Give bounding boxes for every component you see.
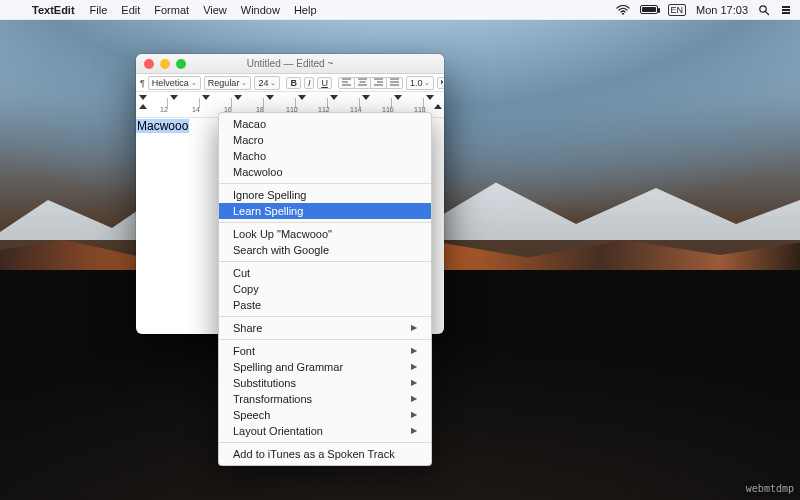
svg-point-0 — [622, 12, 624, 14]
battery-icon[interactable] — [640, 5, 658, 14]
menubar-clock[interactable]: Mon 17:03 — [696, 4, 748, 16]
ctx-suggestion[interactable]: Macao — [219, 116, 431, 132]
svg-rect-5 — [782, 12, 790, 14]
ctx-paste[interactable]: Paste — [219, 297, 431, 313]
input-language-indicator[interactable]: EN — [668, 4, 687, 16]
ctx-substitutions[interactable]: Substitutions▶ — [219, 375, 431, 391]
chevron-right-icon: ▶ — [411, 392, 417, 406]
ctx-ignore-spelling[interactable]: Ignore Spelling — [219, 187, 431, 203]
ctx-spelling-grammar[interactable]: Spelling and Grammar▶ — [219, 359, 431, 375]
notification-center-icon[interactable] — [780, 4, 792, 16]
menubar-item-help[interactable]: Help — [287, 4, 324, 16]
window-titlebar[interactable]: Untitled — Edited ~ — [136, 54, 444, 74]
ctx-suggestion[interactable]: Macwoloo — [219, 164, 431, 180]
outdent-button[interactable] — [437, 77, 444, 89]
line-spacing-select[interactable]: 1.0⌄ — [406, 76, 435, 90]
chevron-right-icon: ▶ — [411, 360, 417, 374]
paragraph-styles-icon[interactable]: ¶ — [140, 77, 145, 89]
list-group — [437, 77, 444, 89]
watermark: webmtdmp — [746, 483, 794, 494]
svg-rect-3 — [782, 6, 790, 8]
ctx-copy[interactable]: Copy — [219, 281, 431, 297]
svg-rect-4 — [782, 9, 790, 11]
menubar-item-file[interactable]: File — [83, 4, 115, 16]
align-center-button[interactable] — [355, 77, 371, 89]
text-align-group — [338, 77, 403, 89]
underline-button[interactable]: U — [317, 77, 332, 89]
ctx-lookup[interactable]: Look Up "Macwooo" — [219, 226, 431, 242]
ctx-cut[interactable]: Cut — [219, 265, 431, 281]
wifi-icon[interactable] — [616, 5, 630, 15]
chevron-right-icon: ▶ — [411, 376, 417, 390]
italic-button[interactable]: I — [304, 77, 315, 89]
traffic-light-minimize[interactable] — [160, 59, 170, 69]
ctx-speech[interactable]: Speech▶ — [219, 407, 431, 423]
traffic-light-close[interactable] — [144, 59, 154, 69]
ctx-layout-orientation[interactable]: Layout Orientation▶ — [219, 423, 431, 439]
align-justify-button[interactable] — [387, 77, 403, 89]
chevron-right-icon: ▶ — [411, 321, 417, 335]
svg-line-2 — [766, 11, 769, 14]
menubar-item-window[interactable]: Window — [234, 4, 287, 16]
chevron-right-icon: ▶ — [411, 424, 417, 438]
ctx-transformations[interactable]: Transformations▶ — [219, 391, 431, 407]
ctx-font[interactable]: Font▶ — [219, 343, 431, 359]
selected-text[interactable]: Macwooo — [136, 119, 189, 133]
ctx-share[interactable]: Share▶ — [219, 320, 431, 336]
bold-button[interactable]: B — [286, 77, 301, 89]
align-right-button[interactable] — [371, 77, 387, 89]
ctx-learn-spelling[interactable]: Learn Spelling — [219, 203, 431, 219]
menubar: TextEdit File Edit Format View Window He… — [0, 0, 800, 20]
menubar-item-view[interactable]: View — [196, 4, 234, 16]
traffic-light-zoom[interactable] — [176, 59, 186, 69]
align-left-button[interactable] — [338, 77, 355, 89]
chevron-right-icon: ▶ — [411, 344, 417, 358]
ctx-suggestion[interactable]: Macho — [219, 148, 431, 164]
menubar-item-format[interactable]: Format — [147, 4, 196, 16]
font-weight-select[interactable]: Regular⌄ — [204, 76, 252, 90]
menubar-app-name[interactable]: TextEdit — [24, 4, 83, 16]
font-family-select[interactable]: Helvetica⌄ — [148, 76, 201, 90]
menubar-item-edit[interactable]: Edit — [114, 4, 147, 16]
context-menu: Macao Macro Macho Macwoloo Ignore Spelli… — [218, 112, 432, 466]
font-size-select[interactable]: 24⌄ — [254, 76, 280, 90]
ctx-search-google[interactable]: Search with Google — [219, 242, 431, 258]
spotlight-icon[interactable] — [758, 4, 770, 16]
ctx-add-to-itunes[interactable]: Add to iTunes as a Spoken Track — [219, 446, 431, 462]
format-toolbar: ¶ Helvetica⌄ Regular⌄ 24⌄ B I U 1.0⌄ — [136, 74, 444, 92]
ctx-suggestion[interactable]: Macro — [219, 132, 431, 148]
chevron-right-icon: ▶ — [411, 408, 417, 422]
